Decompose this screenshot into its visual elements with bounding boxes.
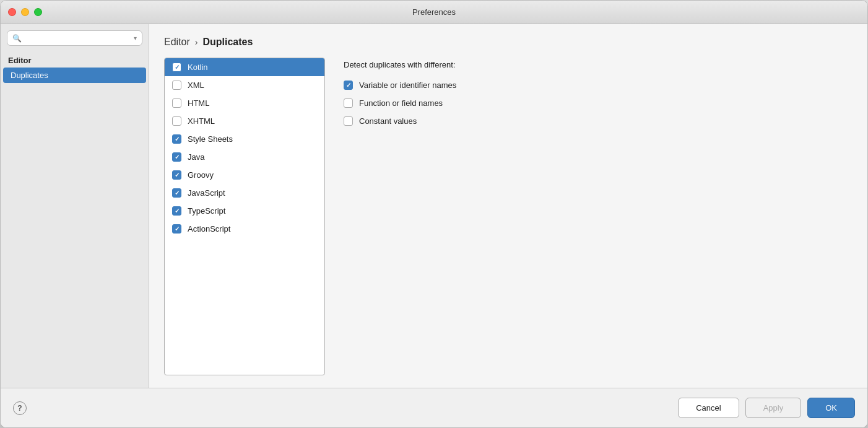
detect-title: Detect duplicates with different: [344, 60, 456, 69]
search-bar: 🔍 ▾ [1, 24, 149, 51]
minimize-button[interactable] [21, 8, 29, 16]
lang-item-xml[interactable]: XML [165, 76, 324, 94]
search-input[interactable] [25, 33, 130, 43]
search-input-wrapper[interactable]: 🔍 ▾ [7, 30, 142, 46]
lang-item-kotlin[interactable]: ✓ Kotlin [165, 58, 324, 76]
lang-item-xhtml[interactable]: XHTML [165, 112, 324, 130]
detect-checkbox-constant[interactable] [344, 116, 353, 126]
search-icon: 🔍 [12, 34, 22, 43]
lang-checkbox-javascript[interactable]: ✓ [172, 188, 181, 198]
detect-checkbox-variable[interactable]: ✓ [344, 81, 353, 90]
window-title: Preferences [412, 7, 456, 17]
right-panel: Editor › Duplicates ✓ Kotlin [149, 24, 867, 388]
close-button[interactable] [8, 8, 16, 16]
bottom-buttons: Cancel Apply OK [678, 398, 855, 418]
lang-item-html[interactable]: HTML [165, 94, 324, 112]
lang-checkbox-typescript[interactable]: ✓ [172, 206, 181, 216]
cancel-button[interactable]: Cancel [678, 398, 739, 418]
preferences-window: Preferences 🔍 ▾ Editor Duplicates Editor… [0, 0, 868, 428]
detect-option-function[interactable]: Function or field names [344, 98, 456, 108]
lang-checkbox-java[interactable]: ✓ [172, 152, 181, 162]
traffic-lights [8, 8, 42, 16]
detect-options: Detect duplicates with different: ✓ Vari… [344, 58, 456, 375]
lang-checkbox-html[interactable] [172, 98, 181, 108]
main-content: 🔍 ▾ Editor Duplicates Editor › Duplicate… [1, 24, 867, 388]
lang-item-typescript[interactable]: ✓ TypeScript [165, 202, 324, 220]
panel-body: ✓ Kotlin XML HTML [164, 58, 853, 375]
lang-item-actionscript[interactable]: ✓ ActionScript [165, 220, 324, 238]
help-button[interactable]: ? [13, 401, 27, 415]
breadcrumb-arrow: › [195, 37, 198, 47]
detect-option-constant[interactable]: Constant values [344, 116, 456, 126]
sidebar-section-editor: Editor [1, 51, 149, 68]
breadcrumb-current: Duplicates [202, 37, 253, 48]
title-bar: Preferences [1, 1, 867, 24]
lang-checkbox-stylesheets[interactable]: ✓ [172, 134, 181, 144]
breadcrumb: Editor › Duplicates [164, 37, 853, 48]
apply-button[interactable]: Apply [745, 398, 802, 418]
lang-checkbox-kotlin[interactable]: ✓ [172, 63, 181, 72]
lang-item-java[interactable]: ✓ Java [165, 148, 324, 166]
sidebar-item-duplicates[interactable]: Duplicates [3, 68, 146, 83]
search-dropdown-icon[interactable]: ▾ [134, 35, 137, 41]
lang-item-groovy[interactable]: ✓ Groovy [165, 166, 324, 184]
sidebar: 🔍 ▾ Editor Duplicates [1, 24, 149, 388]
lang-item-stylesheets[interactable]: ✓ Style Sheets [165, 130, 324, 148]
bottom-bar: ? Cancel Apply OK [1, 388, 867, 427]
detect-checkbox-function[interactable] [344, 98, 353, 108]
maximize-button[interactable] [34, 8, 42, 16]
ok-button[interactable]: OK [807, 398, 855, 418]
lang-checkbox-xhtml[interactable] [172, 116, 181, 126]
detect-option-variable[interactable]: ✓ Variable or identifier names [344, 81, 456, 90]
lang-checkbox-actionscript[interactable]: ✓ [172, 224, 181, 234]
breadcrumb-editor: Editor [164, 37, 190, 48]
lang-checkbox-xml[interactable] [172, 81, 181, 90]
language-list: ✓ Kotlin XML HTML [164, 58, 325, 375]
lang-checkbox-groovy[interactable]: ✓ [172, 170, 181, 180]
lang-item-javascript[interactable]: ✓ JavaScript [165, 184, 324, 202]
